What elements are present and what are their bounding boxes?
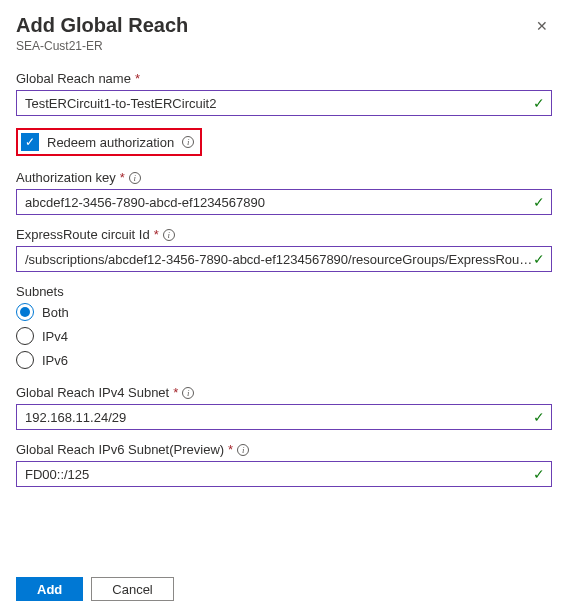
redeem-highlight-box: ✓ Redeem authorization i [16, 128, 202, 156]
required-indicator: * [135, 71, 140, 86]
close-icon: ✕ [536, 18, 548, 34]
add-button[interactable]: Add [16, 577, 83, 601]
required-indicator: * [154, 227, 159, 242]
close-button[interactable]: ✕ [532, 14, 552, 38]
info-icon[interactable]: i [182, 136, 194, 148]
circuit-label: ExpressRoute circuit Id [16, 227, 150, 242]
name-label: Global Reach name [16, 71, 131, 86]
redeem-checkbox[interactable]: ✓ [21, 133, 39, 151]
name-input[interactable] [25, 96, 533, 111]
check-icon: ✓ [533, 95, 545, 111]
check-icon: ✓ [533, 194, 545, 210]
ipv4-input[interactable] [25, 410, 533, 425]
authkey-input[interactable] [25, 195, 533, 210]
authkey-input-wrap[interactable]: ✓ [16, 189, 552, 215]
required-indicator: * [120, 170, 125, 185]
ipv6-input-wrap[interactable]: ✓ [16, 461, 552, 487]
check-icon: ✓ [533, 251, 545, 267]
radio-icon [16, 351, 34, 369]
check-icon: ✓ [533, 409, 545, 425]
cancel-button[interactable]: Cancel [91, 577, 173, 601]
required-indicator: * [173, 385, 178, 400]
panel-title: Add Global Reach [16, 14, 188, 37]
circuit-input[interactable] [25, 252, 533, 267]
circuit-input-wrap[interactable]: ✓ [16, 246, 552, 272]
info-icon[interactable]: i [129, 172, 141, 184]
radio-ipv6[interactable]: IPv6 [16, 351, 552, 369]
required-indicator: * [228, 442, 233, 457]
ipv6-input[interactable] [25, 467, 533, 482]
radio-label: Both [42, 305, 69, 320]
checkmark-icon: ✓ [25, 135, 35, 149]
radio-both[interactable]: Both [16, 303, 552, 321]
check-icon: ✓ [533, 466, 545, 482]
radio-icon [16, 303, 34, 321]
subnets-label: Subnets [16, 284, 64, 299]
ipv4-label: Global Reach IPv4 Subnet [16, 385, 169, 400]
redeem-label: Redeem authorization [47, 135, 174, 150]
info-icon[interactable]: i [237, 444, 249, 456]
radio-ipv4[interactable]: IPv4 [16, 327, 552, 345]
ipv6-label: Global Reach IPv6 Subnet(Preview) [16, 442, 224, 457]
info-icon[interactable]: i [163, 229, 175, 241]
authkey-label: Authorization key [16, 170, 116, 185]
radio-icon [16, 327, 34, 345]
radio-label: IPv4 [42, 329, 68, 344]
ipv4-input-wrap[interactable]: ✓ [16, 404, 552, 430]
info-icon[interactable]: i [182, 387, 194, 399]
panel-subtitle: SEA-Cust21-ER [16, 39, 188, 53]
radio-label: IPv6 [42, 353, 68, 368]
name-input-wrap[interactable]: ✓ [16, 90, 552, 116]
